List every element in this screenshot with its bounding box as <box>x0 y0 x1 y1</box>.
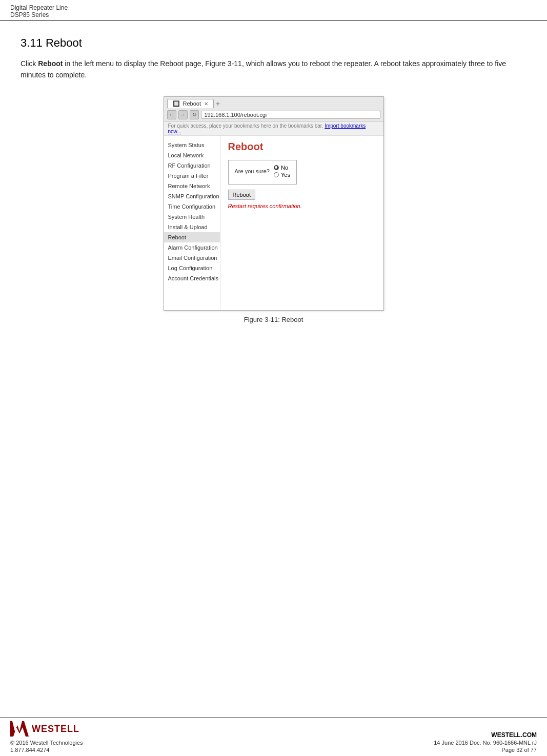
browser-tab-bar: 🔲 Reboot ✕ + <box>167 99 380 108</box>
sidebar-item-install-upload[interactable]: Install & Upload <box>164 222 220 232</box>
footer-page-number: Page 32 of 77 <box>501 747 537 753</box>
footer-right: WESTELL.COM 14 June 2016 Doc. No. 960-16… <box>434 731 537 753</box>
sidebar-item-account-credentials[interactable]: Account Credentials <box>164 273 220 283</box>
refresh-button[interactable]: ↻ <box>190 110 199 119</box>
radio-yes-option[interactable]: Yes <box>274 172 290 178</box>
footer-left: WESTELL © 2016 Westell Technologies 1.87… <box>10 721 83 753</box>
back-button[interactable]: ← <box>167 110 176 119</box>
main-content: 3.11 Reboot Click Reboot in the left men… <box>0 21 547 390</box>
sidebar-item-rf-configuration[interactable]: RF Configuration <box>164 160 220 171</box>
browser-mockup-wrapper: 🔲 Reboot ✕ + ← → ↻ 192.168.1.100/reboot.… <box>21 96 526 311</box>
browser-chrome: 🔲 Reboot ✕ + ← → ↻ 192.168.1.100/reboot.… <box>164 97 383 122</box>
radio-yes-empty <box>274 172 279 177</box>
footer-phone: 1.877.844.4274 <box>10 747 83 753</box>
form-question-label: Are you sure? <box>235 168 270 174</box>
radio-no-option[interactable]: No <box>274 165 290 171</box>
sidebar-item-time-configuration[interactable]: Time Configuration <box>164 201 220 212</box>
page-title: Reboot <box>228 141 376 153</box>
footer-company: © 2016 Westell Technologies <box>10 740 83 746</box>
sidebar-item-email-configuration[interactable]: Email Configuration <box>164 253 220 263</box>
tab-label: Reboot <box>183 100 201 107</box>
sidebar-item-snmp-configuration[interactable]: SNMP Configuration <box>164 191 220 201</box>
new-tab-button[interactable]: + <box>214 99 222 108</box>
sidebar-item-log-configuration[interactable]: Log Configuration <box>164 263 220 273</box>
radio-no-filled <box>274 165 279 170</box>
radio-yes-label: Yes <box>281 172 290 178</box>
product-line-label: Digital Repeater Line <box>10 4 537 11</box>
footer-doc-info: 14 June 2016 Doc. No. 960-1666-MNL rJ <box>434 740 537 746</box>
browser-body: System Status Local Network RF Configura… <box>164 136 383 310</box>
series-label: DSP85 Series <box>10 11 537 18</box>
sidebar-nav: System Status Local Network RF Configura… <box>164 136 220 310</box>
document-footer: WESTELL © 2016 Westell Technologies 1.87… <box>0 718 547 756</box>
figure-caption: Figure 3-11: Reboot <box>21 316 526 323</box>
section-title: 3.11 Reboot <box>21 36 82 49</box>
westell-w-icon <box>10 721 29 737</box>
browser-tab[interactable]: 🔲 Reboot ✕ <box>167 99 214 108</box>
form-question-row: Are you sure? No Yes <box>235 165 290 178</box>
forward-button[interactable]: → <box>178 110 188 119</box>
bold-reboot-word: Reboot <box>38 59 63 68</box>
bookmarks-text: For quick access, place your bookmarks h… <box>168 123 325 129</box>
sidebar-item-system-status[interactable]: System Status <box>164 140 220 150</box>
reboot-button[interactable]: Reboot <box>228 190 255 200</box>
footer-website: WESTELL.COM <box>491 731 537 739</box>
restart-note: Restart requires confirmation. <box>228 203 376 209</box>
sidebar-item-reboot[interactable]: Reboot <box>164 232 220 242</box>
sidebar-item-alarm-configuration[interactable]: Alarm Configuration <box>164 242 220 253</box>
tab-icon: 🔲 <box>173 100 180 107</box>
svg-marker-0 <box>10 721 29 737</box>
browser-controls: ← → ↻ 192.168.1.100/reboot.cgi <box>167 110 380 119</box>
sidebar-item-remote-network[interactable]: Remote Network <box>164 181 220 191</box>
address-bar[interactable]: 192.168.1.100/reboot.cgi <box>201 111 380 119</box>
body-paragraph: Click Reboot in the left menu to display… <box>21 58 526 81</box>
bookmarks-bar: For quick access, place your bookmarks h… <box>164 122 383 136</box>
section-heading: 3.11 Reboot <box>21 36 526 50</box>
sidebar-item-system-health[interactable]: System Health <box>164 212 220 222</box>
westell-logo: WESTELL <box>10 721 83 737</box>
sidebar-item-local-network[interactable]: Local Network <box>164 150 220 160</box>
page-content-area: Reboot Are you sure? No <box>220 136 383 310</box>
radio-group: No Yes <box>274 165 290 178</box>
westell-wordmark: WESTELL <box>32 724 79 734</box>
document-header: Digital Repeater Line DSP85 Series <box>0 0 547 21</box>
browser-mockup: 🔲 Reboot ✕ + ← → ↻ 192.168.1.100/reboot.… <box>164 96 384 311</box>
sidebar-item-program-filter[interactable]: Program a Filter <box>164 171 220 181</box>
tab-close-icon[interactable]: ✕ <box>204 101 208 107</box>
radio-no-label: No <box>281 165 288 171</box>
reboot-form-box: Are you sure? No Yes <box>228 160 297 185</box>
